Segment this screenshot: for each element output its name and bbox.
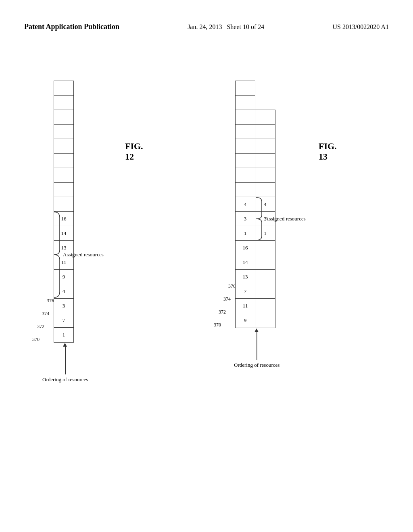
fig13-c2-empty6	[255, 183, 275, 197]
fig12-assigned-label: Assigned resources	[63, 251, 104, 258]
fig13-c2-empty5	[255, 168, 275, 183]
fig13-c2-empty9	[255, 270, 275, 284]
fig13-arrow	[257, 332, 257, 360]
fig13-label-370: 370	[214, 322, 221, 328]
fig13-brace-svg	[255, 197, 263, 241]
fig12-label-372: 372	[37, 324, 44, 330]
fig13-c2-empty2	[255, 125, 275, 139]
fig12-container: 370 372 374 376 16 14 13 11 9	[32, 81, 74, 343]
fig13-ordering-section: Ordering of resources	[234, 332, 280, 368]
fig13-c1-1: 1	[236, 226, 255, 241]
fig13-c1-empty8	[236, 183, 255, 197]
fig13-label-374: 374	[223, 296, 231, 302]
fig13-c1-16: 16	[236, 241, 255, 255]
fig13-c1-empty2	[236, 96, 255, 110]
fig12-arrow	[65, 346, 66, 374]
fig12-label-376: 376	[47, 298, 54, 304]
fig12-cell-empty5	[54, 139, 73, 154]
fig12-cell-empty4	[54, 125, 73, 139]
fig13-c2-empty3	[255, 139, 275, 154]
fig13-c1-14: 14	[236, 255, 255, 270]
fig13-c1-empty5	[236, 139, 255, 154]
fig13-c2-empty1	[255, 110, 275, 125]
fig13-c2-empty12	[255, 313, 275, 328]
fig13-stack-col1: 4 3 1 16 14 13 7 11 9	[235, 81, 255, 328]
fig13-c2-empty11	[255, 299, 275, 313]
fig13-c1-13: 13	[236, 270, 255, 284]
fig13-c1-empty6	[236, 154, 255, 168]
fig12-cell-empty9	[54, 197, 73, 212]
fig13-c2-empty8	[255, 255, 275, 270]
fig12-cell-empty3	[54, 110, 73, 125]
patent-number: US 2013/0022020 A1	[332, 22, 389, 32]
fig13-assigned-label: Assigned resources	[265, 216, 306, 222]
fig12-cell-empty2	[54, 96, 73, 110]
fig13-side-labels: 370 372 374 376	[214, 81, 234, 328]
fig13-ordering-label: Ordering of resources	[234, 362, 280, 368]
page-header: Patent Application Publication Jan. 24, …	[0, 22, 413, 32]
fig12-assigned-annotation: Assigned resources	[53, 211, 104, 298]
fig12-cell-3: 3	[54, 299, 73, 313]
fig13-c1-3: 3	[236, 212, 255, 226]
fig12-ordering-label: Ordering of resources	[42, 376, 88, 383]
fig12-label-370: 370	[32, 337, 40, 343]
fig13-label-376: 376	[228, 283, 236, 289]
fig13-c2-empty7	[255, 241, 275, 255]
fig13-c1-11: 11	[236, 299, 255, 313]
fig12-brace-svg	[53, 211, 60, 298]
fig12-ordering-section: Ordering of resources	[42, 346, 88, 383]
fig13-label-372: 372	[219, 309, 226, 315]
publication-title: Patent Application Publication	[24, 22, 119, 31]
fig12-cell-empty6	[54, 154, 73, 168]
fig13-c2-empty4	[255, 154, 275, 168]
fig12-cell-7: 7	[54, 313, 73, 328]
fig13-c1-9: 9	[236, 313, 255, 328]
fig12-cell-empty1	[54, 81, 73, 96]
fig13-c1-empty4	[236, 125, 255, 139]
fig12-label-374: 374	[42, 311, 49, 317]
fig13-c1-4: 4	[236, 197, 255, 212]
fig12-cell-empty8	[54, 183, 73, 197]
fig13-container: 370 372 374 376 4 3 1 16 14 13 7 11	[214, 81, 275, 328]
fig13-c1-7: 7	[236, 284, 255, 299]
fig12-cell-1: 1	[54, 328, 73, 342]
fig13-assigned-annotation: Assigned resources	[255, 197, 306, 241]
fig12-cell-empty7	[54, 168, 73, 183]
fig13-c1-empty3	[236, 110, 255, 125]
fig13-caption: FIG. 13	[319, 141, 337, 162]
fig13-c1-empty7	[236, 168, 255, 183]
fig13-c1-empty1	[236, 81, 255, 96]
fig12-caption: FIG. 12	[125, 141, 143, 162]
fig12-side-labels: 370 372 374 376	[32, 96, 52, 343]
fig13-c2-empty10	[255, 284, 275, 299]
sheet-info: Jan. 24, 2013 Sheet 10 of 24	[188, 22, 264, 32]
